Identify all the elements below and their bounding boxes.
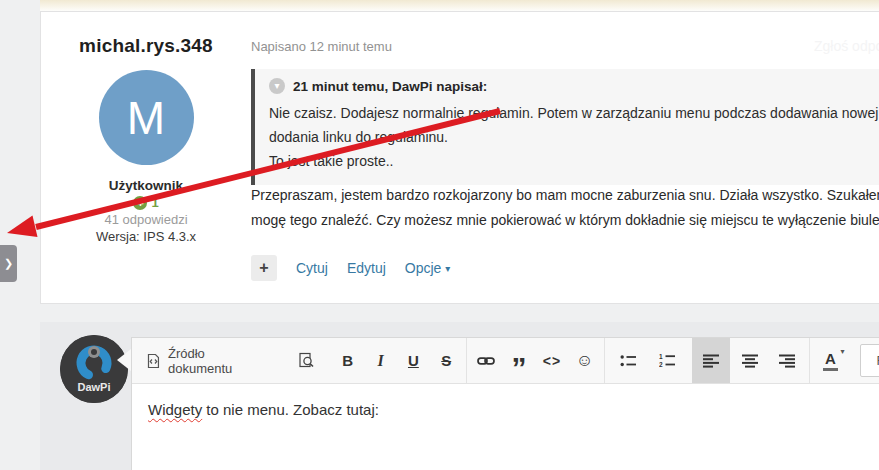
reputation-count: 1 (151, 195, 158, 210)
author-version: Wersja: IPS 4.3.x (41, 229, 251, 244)
toolbar-separator (466, 338, 467, 383)
code-button[interactable]: <> (535, 338, 568, 383)
sidebar-popout-tab[interactable]: ❯ (0, 245, 17, 282)
preview-icon (298, 352, 315, 369)
chevron-down-icon: ▾ (445, 263, 450, 274)
reputation-badge[interactable]: + 1 (41, 195, 251, 210)
numbered-list-icon: 1 2 (659, 353, 676, 368)
author-group-label: Użytkownik (41, 178, 251, 193)
editor-text: to nie menu. Zobacz tutaj: (202, 401, 379, 418)
avatar-letter: M (127, 95, 165, 141)
align-left-icon (703, 354, 719, 368)
link-icon (477, 355, 495, 367)
smiley-icon: ☺ (576, 351, 593, 371)
document-source-icon (146, 353, 161, 369)
quote-text-line: To jest takie proste.. (269, 149, 879, 173)
align-center-button[interactable] (734, 338, 767, 383)
post-body: Przepraszam, jestem bardzo rozkojarzony … (251, 183, 879, 233)
posted-timestamp[interactable]: Napisano 12 minut temu (251, 39, 392, 54)
underline-button[interactable]: U (397, 338, 430, 383)
source-button-label: Źródło dokumentu (168, 346, 272, 376)
code-icon: <> (543, 353, 561, 369)
misspelled-word: Widgety (148, 401, 202, 418)
text-color-button[interactable]: A ▾ (813, 338, 849, 383)
toolbar-separator (809, 338, 810, 383)
post-card: michal.rys.348 M Użytkownik + 1 41 odpow… (40, 11, 879, 304)
quote-icon: ” (512, 363, 527, 373)
align-center-icon (742, 354, 758, 368)
numbered-list-button[interactable]: 1 2 (651, 338, 684, 383)
bold-icon: B (342, 352, 353, 369)
blockquote-button[interactable]: ” (503, 338, 536, 383)
multiquote-button[interactable]: + (251, 255, 277, 281)
emoticon-button[interactable]: ☺ (568, 338, 601, 383)
italic-button[interactable]: I (364, 338, 397, 383)
bulleted-list-button[interactable] (612, 338, 645, 383)
quote-body: Nie czaisz. Dodajesz normalnie regulamin… (255, 97, 879, 185)
forum-page: michal.rys.348 M Użytkownik + 1 41 odpow… (0, 0, 879, 470)
quote-attribution[interactable]: 21 minut temu, DawPi napisał: (293, 79, 487, 94)
author-reply-count: 41 odpowiedzi (41, 212, 251, 227)
strikethrough-button[interactable]: S (430, 338, 463, 383)
post-text-line: Przepraszam, jestem bardzo rozkojarzony … (251, 183, 879, 208)
quote-header: ▾ 21 minut temu, DawPi napisał: (255, 69, 879, 97)
chevron-right-icon: ❯ (4, 257, 13, 270)
author-avatar[interactable]: M (99, 70, 194, 165)
quote-text-line: Nie czaisz. Dodajesz normalnie regulamin… (269, 101, 879, 125)
quote-collapse-icon[interactable]: ▾ (269, 78, 285, 94)
svg-text:2: 2 (659, 361, 663, 368)
preview-button[interactable] (290, 338, 323, 383)
svg-text:1: 1 (659, 353, 663, 360)
options-label: Opcje (405, 260, 442, 276)
reputation-plus-icon: + (133, 196, 147, 210)
author-panel: michal.rys.348 M Użytkownik + 1 41 odpow… (41, 12, 251, 244)
toolbar-separator (604, 338, 605, 383)
text-color-icon: A (823, 350, 838, 371)
underline-icon: U (408, 352, 419, 369)
post-text-line: mogę tego znaleźć. Czy możesz mnie pokie… (251, 208, 879, 233)
align-left-button[interactable] (692, 338, 730, 383)
italic-icon: I (377, 352, 383, 370)
report-post-link[interactable]: Zgłoś odpowiedź (814, 38, 879, 54)
bold-button[interactable]: B (331, 338, 364, 383)
options-menu-button[interactable]: Opcje ▾ (405, 260, 451, 276)
reply-editor: Źródło dokumentu B I U (131, 337, 879, 470)
link-button[interactable] (470, 338, 503, 383)
chevron-down-icon: ▾ (840, 347, 844, 356)
previous-post-highlight-edge (40, 0, 879, 11)
quote-button[interactable]: Cytuj (296, 260, 328, 276)
editor-content-area[interactable]: Widgety to nie menu. Zobacz tutaj: (132, 384, 879, 435)
quote-text-line: dodania linku do regulaminu. (269, 125, 879, 149)
edit-button[interactable]: Edytuj (347, 260, 386, 276)
author-name[interactable]: michal.rys.348 (41, 35, 251, 57)
reply-editor-section: DawPi Źródło dokumentu (40, 322, 879, 470)
quoted-post: ▾ 21 minut temu, DawPi napisał: Nie czai… (251, 69, 879, 185)
font-family-dropdown[interactable]: Ro... (860, 344, 879, 377)
source-button[interactable]: Źródło dokumentu (146, 338, 282, 383)
align-right-button[interactable] (771, 338, 804, 383)
editor-bubble-pointer (117, 349, 131, 371)
align-right-icon (779, 354, 795, 368)
bulleted-list-icon (620, 354, 637, 368)
strikethrough-icon: S (441, 352, 451, 369)
editor-toolbar: Źródło dokumentu B I U (132, 338, 879, 384)
editor-avatar-name: DawPi (77, 381, 110, 393)
post-action-bar: + Cytuj Edytuj Opcje ▾ (251, 255, 469, 281)
